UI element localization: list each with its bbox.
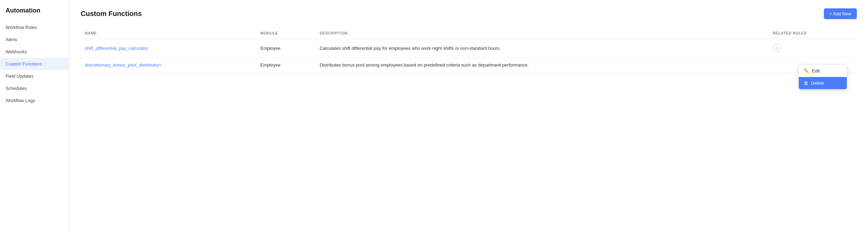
row-name-cell[interactable]: shift_differential_pay_calculator	[81, 39, 256, 57]
sidebar-item-workflow-logs[interactable]: Workflow Logs	[0, 94, 69, 107]
add-new-button[interactable]: + Add New	[824, 8, 857, 19]
table-row: discretionary_bonus_pool_distributionEmp…	[81, 57, 857, 73]
row-name-cell[interactable]: discretionary_bonus_pool_distribution	[81, 57, 256, 73]
table-wrapper: NAMEMODULEDESCRIPTIONRELATED RULES shift…	[81, 28, 857, 73]
main-header: Custom Functions + Add New	[81, 8, 857, 19]
context-menu-delete[interactable]: 🗑Delete	[799, 77, 847, 89]
table-row: shift_differential_pay_calculatorEmploye…	[81, 39, 857, 57]
sidebar-item-workflow-rules[interactable]: Workflow Rules	[0, 21, 69, 33]
context-menu-edit-label: Edit	[812, 68, 820, 74]
sidebar-title: Automation	[0, 7, 69, 21]
context-menu-delete-label: Delete	[811, 80, 824, 86]
sidebar-item-schedules[interactable]: Schedules	[0, 82, 69, 94]
context-menu-edit[interactable]: ✏️Edit	[799, 65, 847, 77]
sidebar-item-webhooks[interactable]: Webhooks	[0, 46, 69, 58]
row-description-cell: Calculates shift differential pay for em…	[315, 39, 769, 57]
main-content: Custom Functions + Add New NAMEMODULEDES…	[70, 0, 868, 232]
delete-icon: 🗑	[804, 80, 808, 86]
row-module-cell: Employee	[256, 39, 315, 57]
table-header: NAMEMODULEDESCRIPTIONRELATED RULES	[81, 28, 857, 39]
sidebar: Automation Workflow RulesAlertsWebhooksC…	[0, 0, 70, 232]
sidebar-item-alerts[interactable]: Alerts	[0, 33, 69, 46]
col-header-name: NAME	[81, 28, 256, 39]
sidebar-item-field-updates[interactable]: Field Updates	[0, 70, 69, 82]
col-header-related_rules: RELATED RULES	[769, 28, 857, 39]
edit-icon: ✏️	[804, 68, 809, 74]
function-name-link[interactable]: discretionary_bonus_pool_distribution	[85, 62, 161, 68]
sidebar-item-custom-functions[interactable]: Custom Functions	[0, 58, 69, 70]
col-header-module: MODULE	[256, 28, 315, 39]
function-name-link[interactable]: shift_differential_pay_calculator	[85, 46, 148, 51]
row-description-cell: Distributes bonus pool among employees b…	[315, 57, 769, 73]
row-related-rules-cell: ○	[769, 39, 857, 57]
row-options-button[interactable]: ○	[773, 44, 781, 52]
context-menu: ✏️Edit🗑Delete	[798, 64, 847, 90]
page-title: Custom Functions	[81, 10, 142, 18]
col-header-description: DESCRIPTION	[315, 28, 769, 39]
custom-functions-table: NAMEMODULEDESCRIPTIONRELATED RULES shift…	[81, 28, 857, 73]
row-module-cell: Employee	[256, 57, 315, 73]
